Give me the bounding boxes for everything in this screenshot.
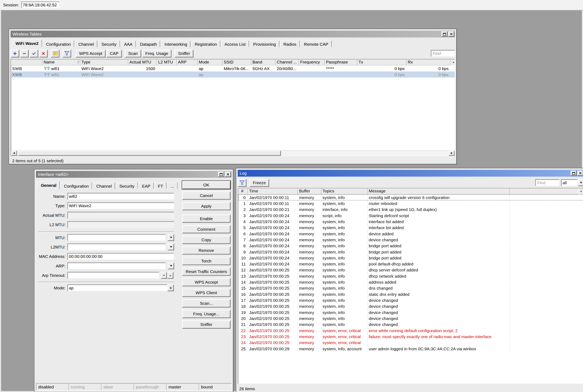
l2mtu-input[interactable] xyxy=(67,244,166,250)
log-row[interactable]: 13 Jan/02/1970 00:00:25 memory system, i… xyxy=(238,273,583,279)
mac-address-input[interactable]: 00:00:00:00:00:00 xyxy=(67,253,174,260)
tab[interactable]: Remote CAP xyxy=(301,40,332,47)
horizontal-scrollbar[interactable] xyxy=(11,150,455,156)
maximize-button[interactable] xyxy=(218,172,224,177)
log-row[interactable]: 14 Jan/02/1970 00:00:25 memory system, i… xyxy=(238,279,583,285)
log-row[interactable]: 11 Jan/02/1970 00:00:24 memory system, i… xyxy=(238,261,583,267)
log-row[interactable]: 17 Jan/02/1970 00:00:25 memory system, i… xyxy=(238,297,583,303)
filter-button[interactable] xyxy=(63,49,71,57)
dialog-button[interactable]: Reset Traffic Counters xyxy=(182,268,230,276)
tab[interactable]: Registration xyxy=(191,40,220,47)
tx-column-header[interactable]: Tx xyxy=(358,59,407,65)
log-row[interactable]: 5 Jan/02/1970 00:00:24 memory system, in… xyxy=(238,225,583,231)
log-row[interactable]: 9 Jan/02/1970 00:00:24 memory system, in… xyxy=(238,249,583,255)
log-row[interactable]: 23 Jan/02/1970 00:00:25 memory system, e… xyxy=(238,334,583,340)
buffer-column-header[interactable]: Buffer xyxy=(298,188,321,194)
log-row[interactable]: 21 Jan/02/1970 00:00:25 memory system, i… xyxy=(238,322,583,328)
mode-input[interactable]: ap xyxy=(67,284,167,291)
frequency-column-header[interactable]: Frequency xyxy=(299,59,325,65)
dialog-button[interactable]: WPS Accept xyxy=(182,278,230,286)
scan-button[interactable]: Scan xyxy=(125,49,141,57)
log-row[interactable]: 8 Jan/02/1970 00:00:24 memory system, in… xyxy=(238,243,583,249)
disable-button[interactable] xyxy=(39,49,48,57)
maximize-button[interactable] xyxy=(441,31,447,37)
tab[interactable]: Configuration xyxy=(43,40,74,47)
column-select-button[interactable] xyxy=(578,188,583,194)
dialog-button[interactable]: Cancel xyxy=(182,192,230,200)
arp-timeout-input[interactable] xyxy=(67,272,159,279)
channel-column-header[interactable]: Channel ... xyxy=(275,59,299,65)
type-input[interactable]: WiFi Wave2 xyxy=(67,202,174,209)
tab[interactable]: WiFi Wave2 xyxy=(12,39,42,47)
filter-dropdown-button[interactable] xyxy=(577,179,583,186)
tab[interactable]: Channel xyxy=(93,182,115,189)
scroll-right-button[interactable] xyxy=(449,150,455,156)
dialog-button[interactable]: Sniffer xyxy=(182,320,230,329)
filter-selected-value[interactable]: all xyxy=(561,179,577,186)
log-row[interactable]: 3 Jan/02/1970 00:00:24 memory script, in… xyxy=(238,212,583,218)
rx-column-header[interactable]: Rx xyxy=(407,59,451,65)
freeze-button[interactable]: Freeze xyxy=(249,179,269,186)
maximize-button[interactable] xyxy=(570,171,576,176)
tab[interactable]: Channel xyxy=(75,40,97,47)
tab[interactable]: Security xyxy=(98,40,120,47)
dialog-button[interactable]: Scan... xyxy=(182,299,230,308)
log-row[interactable]: 10 Jan/02/1970 00:00:24 memory system, i… xyxy=(238,255,583,261)
topics-column-header[interactable]: Topics xyxy=(322,188,368,194)
actual-mtu-input[interactable] xyxy=(67,212,174,218)
log-row[interactable]: 24 Jan/02/1970 00:00:25 memory system, e… xyxy=(238,340,583,346)
dialog-button[interactable]: Remove xyxy=(182,246,230,255)
remove-button[interactable] xyxy=(20,49,29,57)
tab[interactable]: Datapath xyxy=(137,40,160,47)
scrollbar-thumb[interactable] xyxy=(18,150,281,156)
add-button[interactable] xyxy=(11,49,19,57)
arp-input[interactable] xyxy=(67,262,166,269)
tab[interactable]: EAP xyxy=(139,182,154,189)
ssid-column-header[interactable]: SSID xyxy=(223,59,251,65)
tab[interactable]: General xyxy=(38,181,60,189)
message-column-header[interactable]: Message xyxy=(368,188,510,194)
l2mtu-dropdown-button[interactable] xyxy=(168,244,174,250)
num-column-header[interactable]: # xyxy=(238,188,248,194)
mtu-input[interactable] xyxy=(67,234,166,241)
tab[interactable]: Provisioning xyxy=(250,40,279,47)
scroll-left-button[interactable] xyxy=(11,150,17,156)
tab[interactable]: Configuration xyxy=(61,182,92,189)
log-filter-button[interactable] xyxy=(238,179,246,186)
log-row[interactable]: 6 Jan/02/1970 00:00:24 memory system, in… xyxy=(238,231,583,237)
time-column-header[interactable]: Time xyxy=(248,188,298,194)
log-row[interactable]: 20 Jan/02/1970 00:00:25 memory system, i… xyxy=(238,315,583,321)
mode-updown-button[interactable] xyxy=(167,284,174,291)
tab[interactable]: Interworking xyxy=(161,40,191,47)
log-find-input[interactable]: Find xyxy=(535,179,559,186)
arp-timeout-down-button[interactable] xyxy=(161,272,167,279)
log-row[interactable]: 2 Jan/02/1970 00:00:21 memory interface,… xyxy=(238,206,583,212)
mode-column-header[interactable]: Mode xyxy=(198,59,223,65)
log-row[interactable]: 7 Jan/02/1970 00:00:24 memory system, in… xyxy=(238,237,583,243)
dialog-titlebar[interactable]: Interface <wifi2> xyxy=(36,171,232,178)
log-titlebar[interactable]: Log xyxy=(238,170,583,177)
dialog-button[interactable]: Copy xyxy=(182,236,230,244)
mtu-dropdown-button[interactable] xyxy=(168,234,174,241)
close-button[interactable] xyxy=(225,172,231,177)
log-row[interactable]: 12 Jan/02/1970 00:00:25 memory system, i… xyxy=(238,267,583,273)
log-row[interactable]: 4 Jan/02/1970 00:00:24 memory system, in… xyxy=(238,218,583,224)
band-column-header[interactable]: Band xyxy=(251,59,275,65)
close-button[interactable] xyxy=(448,31,454,37)
log-buffer-filter-select[interactable]: all xyxy=(561,179,583,186)
freq-usage-button[interactable]: Freq. Usage xyxy=(142,49,172,57)
log-row[interactable]: 19 Jan/02/1970 00:00:25 memory system, i… xyxy=(238,309,583,315)
name-input[interactable]: wifi2 xyxy=(67,193,174,200)
column-select-button[interactable] xyxy=(451,59,455,65)
close-button[interactable] xyxy=(577,171,583,176)
l2-mtu-column-header[interactable]: L2 MTU xyxy=(157,59,177,65)
tab[interactable]: FT xyxy=(154,182,166,189)
wireless-titlebar[interactable]: Wireless Tables xyxy=(11,30,455,37)
wps-accept-button[interactable]: WPS Accept xyxy=(76,49,106,57)
arp-timeout-up-button[interactable] xyxy=(167,272,173,279)
dialog-button[interactable]: Comment xyxy=(182,225,230,233)
dialog-button[interactable]: Enable xyxy=(182,214,230,223)
sniffer-button[interactable]: Sniffer xyxy=(175,49,193,57)
log-row[interactable]: 15 Jan/02/1970 00:00:25 memory system, i… xyxy=(238,285,583,291)
wireless-row[interactable]: XMB wifi2 WiFi Wave2 xyxy=(11,72,455,78)
